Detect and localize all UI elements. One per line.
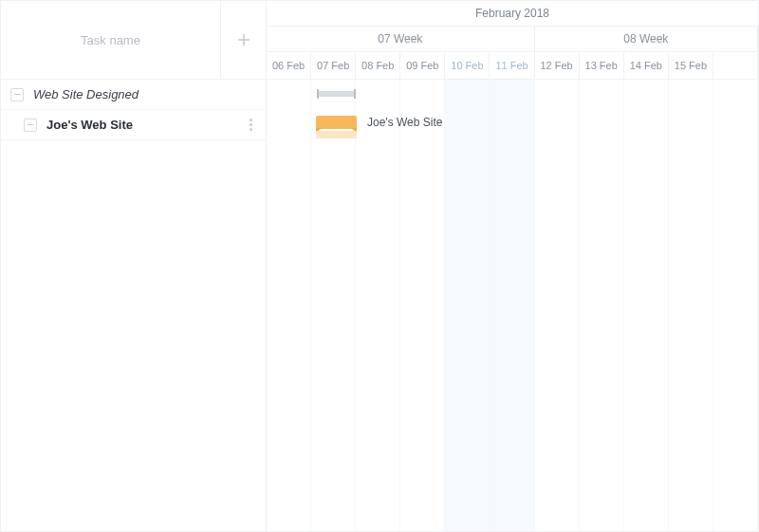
day-header-cell: 06 Feb bbox=[267, 52, 311, 79]
collapse-toggle[interactable] bbox=[24, 119, 37, 132]
task-name-column-header: Task name bbox=[1, 33, 220, 47]
summary-bar[interactable] bbox=[317, 91, 356, 97]
timeline-row-task: Joe's Web Site bbox=[267, 110, 758, 140]
timeline-day-header: 06 Feb07 Feb08 Feb09 Feb10 Feb11 Feb12 F… bbox=[267, 52, 758, 80]
timeline-month-header: February 2018 bbox=[267, 1, 758, 27]
left-panel: Task name Web Site Designed Joe's Web Si… bbox=[1, 1, 267, 531]
task-row-item[interactable]: Joe's Web Site bbox=[1, 110, 266, 140]
timeline-body[interactable]: Joe's Web Site bbox=[267, 80, 758, 531]
day-header-cell: 13 Feb bbox=[580, 52, 624, 79]
task-label: Web Site Designed bbox=[33, 87, 139, 101]
day-header-cell bbox=[713, 52, 758, 79]
timeline-week-header: 07 Week08 Week bbox=[267, 27, 758, 52]
collapse-toggle[interactable] bbox=[10, 88, 24, 101]
day-header-cell: 11 Feb bbox=[490, 52, 534, 79]
task-more-menu[interactable] bbox=[243, 115, 258, 135]
day-header-cell: 12 Feb bbox=[535, 52, 580, 79]
day-header-cell: 14 Feb bbox=[624, 52, 669, 79]
day-header-cell: 08 Feb bbox=[356, 52, 400, 79]
left-header: Task name bbox=[1, 1, 266, 80]
task-bar[interactable] bbox=[316, 116, 357, 129]
plus-icon bbox=[237, 33, 250, 46]
day-header-cell: 15 Feb bbox=[669, 52, 713, 79]
week-header-cell: 08 Week bbox=[535, 27, 758, 51]
task-row-summary[interactable]: Web Site Designed bbox=[1, 80, 266, 110]
task-bar-progress-ghost bbox=[316, 131, 357, 138]
gantt-app: Task name Web Site Designed Joe's Web Si… bbox=[0, 0, 759, 532]
timeline-rows: Joe's Web Site bbox=[267, 80, 758, 531]
day-header-cell: 09 Feb bbox=[400, 52, 445, 79]
week-header-cell: 07 Week bbox=[267, 27, 535, 51]
day-header-cell: 07 Feb bbox=[311, 52, 356, 79]
day-header-cell: 10 Feb bbox=[445, 52, 490, 79]
task-label: Joe's Web Site bbox=[46, 118, 133, 132]
timeline-row-summary bbox=[267, 80, 758, 110]
task-bar-label: Joe's Web Site bbox=[367, 116, 442, 129]
add-column-button[interactable] bbox=[220, 1, 266, 80]
timeline: February 2018 07 Week08 Week 06 Feb07 Fe… bbox=[267, 1, 758, 531]
